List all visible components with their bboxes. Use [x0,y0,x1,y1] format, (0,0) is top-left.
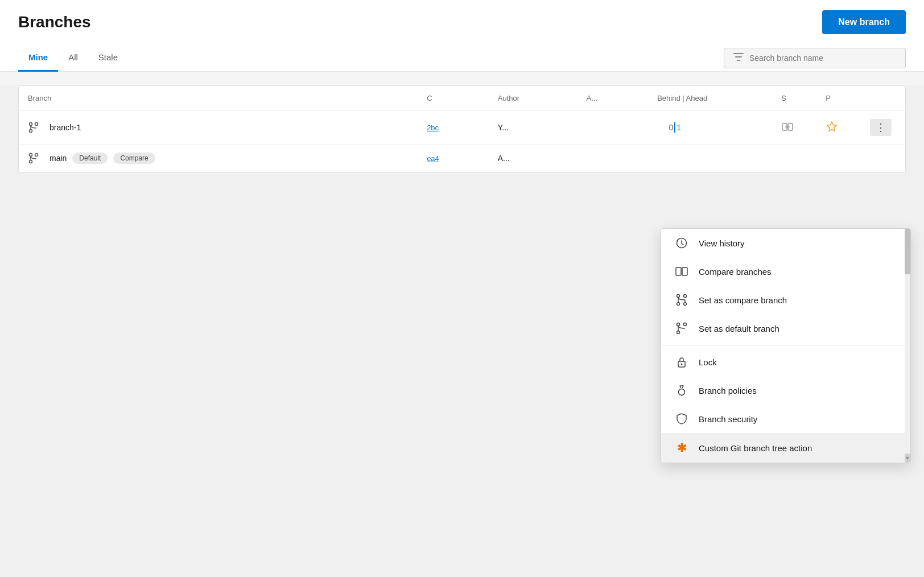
behind-count: 0 [657,123,673,132]
svg-point-23 [679,389,685,395]
svg-point-10 [35,154,38,156]
tab-all[interactable]: All [58,44,88,72]
dropdown-label-branch-security: Branch security [699,414,757,424]
more-button[interactable]: ⋮ [870,119,892,136]
commit-link[interactable]: 2bc [427,123,439,132]
svg-point-3 [30,123,32,126]
commit-link[interactable]: ea4 [427,154,439,163]
search-input[interactable] [749,53,896,63]
dropdown-item-compare-branches[interactable]: Compare branches [661,257,910,286]
s-cell [772,111,816,145]
dropdown-item-branch-policies[interactable]: Branch policies [661,376,910,405]
s-cell [772,145,816,172]
dropdown-label-view-history: View history [699,238,745,248]
history-icon [675,237,688,249]
col-p: P [816,86,861,111]
branch-icon [28,122,39,133]
col-behind-ahead: Behind | Ahead [648,86,772,111]
dropdown-label-compare-branches: Compare branches [699,267,772,277]
svg-point-18 [677,323,680,326]
svg-rect-2 [737,60,740,61]
dropdown-label-branch-policies: Branch policies [699,386,757,395]
table-row: branch-1 2bc Y... 0 1 [19,111,905,145]
tabs-row: Mine All Stale [0,44,924,72]
asterisk-icon: ✱ [675,441,688,455]
commit-cell: ea4 [418,145,489,172]
page-title: Branches [18,13,91,31]
svg-rect-0 [733,53,744,54]
svg-point-14 [677,295,680,298]
svg-point-15 [677,303,680,306]
new-branch-button[interactable]: New branch [822,10,906,34]
branch-name: branch-1 [50,123,81,132]
svg-point-4 [30,130,32,133]
svg-rect-13 [682,267,687,275]
col-c: C [418,86,489,111]
tab-stale[interactable]: Stale [88,44,128,72]
branch-table-container: Branch C Author A... Behind | Ahead S P [18,85,906,172]
branch-cell: main Default Compare [19,145,418,172]
scrollbar-thumb-bottom[interactable]: ▼ [905,454,910,463]
actions-cell: ⋮ [861,111,905,145]
commit-cell: 2bc [418,111,489,145]
scrollbar-thumb[interactable] [905,229,910,274]
branch-cell: branch-1 [19,111,418,145]
tab-mine[interactable]: Mine [18,44,58,72]
author-cell: Y... [489,111,578,145]
svg-point-19 [677,331,680,334]
age-cell [578,145,649,172]
set-default-icon [675,322,688,335]
search-bar [724,48,906,68]
author-cell: A... [489,145,578,172]
set-compare-icon [675,294,688,306]
age-cell [578,111,649,145]
dropdown-item-custom-git[interactable]: ✱ Custom Git branch tree action [661,433,910,463]
shield-icon [675,413,688,425]
dropdown-label-set-compare: Set as compare branch [699,295,787,305]
svg-point-22 [681,364,683,365]
branch-icon [28,153,39,164]
star-icon[interactable] [826,126,838,135]
tabs-container: Mine All Stale [18,44,128,71]
filter-icon [733,53,744,63]
ahead-count: 1 [676,123,692,132]
divider-bar [674,122,675,133]
svg-point-17 [684,303,687,306]
dropdown-divider [661,345,910,345]
dropdown-item-set-compare[interactable]: Set as compare branch [661,286,910,314]
main-content: Branch C Author A... Behind | Ahead S P [0,85,924,577]
page-header: Branches New branch [0,0,924,44]
svg-rect-12 [676,267,681,275]
medal-icon [675,384,688,397]
svg-point-20 [684,323,687,326]
col-s: S [772,86,816,111]
behind-ahead-cell [648,145,772,172]
actions-cell [861,145,905,172]
svg-point-9 [30,160,32,163]
dropdown-menu: View history Compare branches [661,228,911,463]
compare-icon [781,126,794,135]
dropdown-label-set-default: Set as default branch [699,324,779,333]
dropdown-item-view-history[interactable]: View history [661,229,910,257]
compare-badge: Compare [113,153,155,164]
dropdown-item-branch-security[interactable]: Branch security [661,405,910,433]
scrollbar-track: ▼ [905,229,910,463]
behind-ahead-cell: 0 1 [648,111,772,145]
svg-rect-1 [735,56,742,57]
table-header-row: Branch C Author A... Behind | Ahead S P [19,86,905,111]
dropdown-label-lock: Lock [699,357,717,367]
lock-icon [675,356,688,368]
p-cell [816,111,861,145]
default-badge: Default [72,153,108,164]
svg-point-8 [30,154,32,156]
col-author: Author [489,86,578,111]
branch-name: main [50,154,67,163]
svg-point-16 [684,295,687,298]
svg-point-5 [35,123,38,126]
dropdown-item-set-default[interactable]: Set as default branch [661,314,910,343]
p-cell [816,145,861,172]
branch-table: Branch C Author A... Behind | Ahead S P [19,86,905,172]
table-row: main Default Compare ea4 A... [19,145,905,172]
dropdown-item-lock[interactable]: Lock [661,348,910,376]
col-branch: Branch [19,86,418,111]
